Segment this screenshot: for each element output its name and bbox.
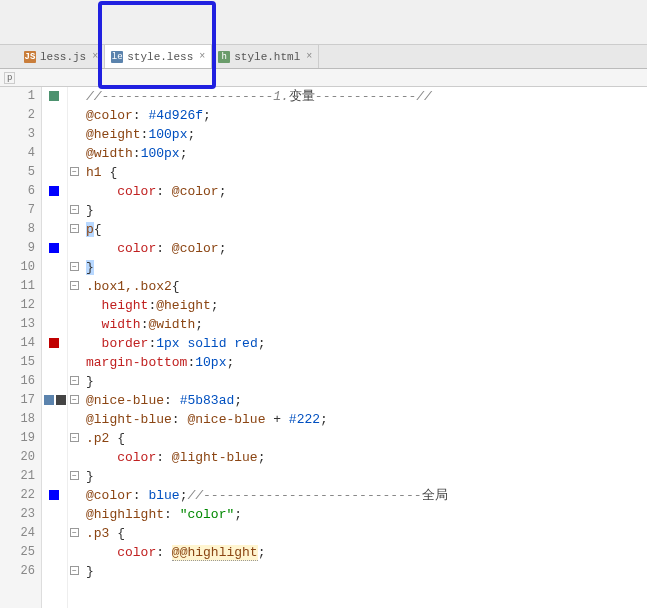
- color-swatch-marker: [49, 243, 59, 253]
- fold-toggle-icon[interactable]: −: [70, 262, 79, 271]
- fold-toggle-icon[interactable]: −: [70, 471, 79, 480]
- code-line[interactable]: width:@width;: [86, 315, 647, 334]
- code-line[interactable]: margin-bottom:10px;: [86, 353, 647, 372]
- code-line[interactable]: @nice-blue: #5b83ad;: [86, 391, 647, 410]
- code-area[interactable]: //----------------------1.变量------------…: [82, 87, 647, 608]
- line-number: 7: [0, 201, 35, 220]
- line-number: 12: [0, 296, 35, 315]
- code-line[interactable]: color: @color;: [86, 239, 647, 258]
- breadcrumb-bar: p: [0, 69, 647, 87]
- line-number: 10: [0, 258, 35, 277]
- line-number: 25: [0, 543, 35, 562]
- code-line[interactable]: color: @light-blue;: [86, 448, 647, 467]
- code-line[interactable]: color: @@highlight;: [86, 543, 647, 562]
- color-swatch-marker: [49, 490, 59, 500]
- tab-style-less[interactable]: le style.less ×: [105, 45, 212, 68]
- code-line[interactable]: @height:100px;: [86, 125, 647, 144]
- code-line[interactable]: @color: blue;//-------------------------…: [86, 486, 647, 505]
- line-number: 21: [0, 467, 35, 486]
- code-line[interactable]: .p3 {: [86, 524, 647, 543]
- marker-column: [42, 87, 68, 608]
- code-line[interactable]: .p2 {: [86, 429, 647, 448]
- line-number: 19: [0, 429, 35, 448]
- code-line[interactable]: color: @color;: [86, 182, 647, 201]
- fold-toggle-icon[interactable]: −: [70, 376, 79, 385]
- line-number: 22: [0, 486, 35, 505]
- line-number: 20: [0, 448, 35, 467]
- fold-toggle-icon[interactable]: −: [70, 433, 79, 442]
- line-number: 4: [0, 144, 35, 163]
- color-swatch-marker: [44, 395, 54, 405]
- line-number: 9: [0, 239, 35, 258]
- line-number: 5: [0, 163, 35, 182]
- code-line[interactable]: }: [86, 372, 647, 391]
- close-icon[interactable]: ×: [92, 51, 98, 62]
- line-number: 24: [0, 524, 35, 543]
- code-line[interactable]: p{: [86, 220, 647, 239]
- fold-toggle-icon[interactable]: −: [70, 528, 79, 537]
- code-line[interactable]: }: [86, 201, 647, 220]
- fold-toggle-icon[interactable]: −: [70, 566, 79, 575]
- line-number: 6: [0, 182, 35, 201]
- less-icon: le: [111, 51, 123, 63]
- line-number: 17: [0, 391, 35, 410]
- line-number: 26: [0, 562, 35, 581]
- line-number: 2: [0, 106, 35, 125]
- fold-toggle-icon[interactable]: −: [70, 167, 79, 176]
- code-line[interactable]: }: [86, 467, 647, 486]
- line-number: 3: [0, 125, 35, 144]
- line-number-gutter: 1234567891011121314151617181920212223242…: [0, 87, 42, 608]
- fold-toggle-icon[interactable]: −: [70, 205, 79, 214]
- code-line[interactable]: }: [86, 562, 647, 581]
- line-number: 13: [0, 315, 35, 334]
- close-icon[interactable]: ×: [306, 51, 312, 62]
- fold-column: −−−−−−−−−−−: [68, 87, 82, 608]
- code-line[interactable]: @highlight: "color";: [86, 505, 647, 524]
- tab-style-html[interactable]: h style.html ×: [212, 45, 319, 68]
- breadcrumb[interactable]: p: [4, 72, 15, 84]
- fold-toggle-icon[interactable]: −: [70, 395, 79, 404]
- line-number: 18: [0, 410, 35, 429]
- fold-toggle-icon[interactable]: −: [70, 281, 79, 290]
- js-icon: JS: [24, 51, 36, 63]
- line-number: 14: [0, 334, 35, 353]
- tab-label: less.js: [40, 51, 86, 63]
- line-number: 23: [0, 505, 35, 524]
- line-number: 11: [0, 277, 35, 296]
- line-number: 1: [0, 87, 35, 106]
- tabs-bar: JS less.js × le style.less × h style.htm…: [0, 45, 647, 69]
- tab-label: style.html: [234, 51, 300, 63]
- code-line[interactable]: //----------------------1.变量------------…: [86, 87, 647, 106]
- close-icon[interactable]: ×: [199, 51, 205, 62]
- line-number: 15: [0, 353, 35, 372]
- fold-toggle-icon[interactable]: −: [70, 224, 79, 233]
- code-line[interactable]: height:@height;: [86, 296, 647, 315]
- color-swatch-marker: [49, 186, 59, 196]
- color-swatch-marker: [56, 395, 66, 405]
- line-number: 16: [0, 372, 35, 391]
- html-icon: h: [218, 51, 230, 63]
- tab-less-js[interactable]: JS less.js ×: [18, 45, 105, 68]
- code-line[interactable]: @width:100px;: [86, 144, 647, 163]
- code-line[interactable]: }: [86, 258, 647, 277]
- code-line[interactable]: @color: #4d926f;: [86, 106, 647, 125]
- color-swatch-marker: [49, 91, 59, 101]
- code-line[interactable]: h1 {: [86, 163, 647, 182]
- toolbar-area: [0, 0, 647, 45]
- code-line[interactable]: .box1,.box2{: [86, 277, 647, 296]
- color-swatch-marker: [49, 338, 59, 348]
- code-editor[interactable]: 1234567891011121314151617181920212223242…: [0, 87, 647, 608]
- tab-label: style.less: [127, 51, 193, 63]
- line-number: 8: [0, 220, 35, 239]
- code-line[interactable]: border:1px solid red;: [86, 334, 647, 353]
- code-line[interactable]: @light-blue: @nice-blue + #222;: [86, 410, 647, 429]
